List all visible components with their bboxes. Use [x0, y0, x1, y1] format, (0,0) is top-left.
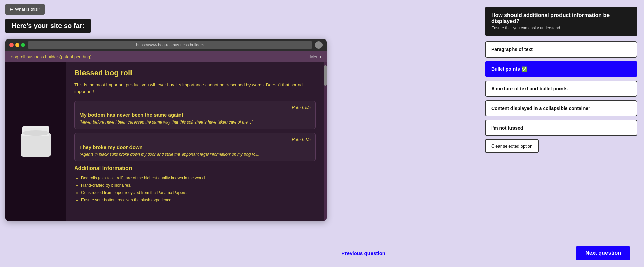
browser-mockup: https://www.bog-roll-business.builders b…	[5, 39, 327, 221]
browser-nav: bog roll business builder (patent pendin…	[5, 51, 327, 62]
option-mixture-button[interactable]: A mixture of text and bullet points	[485, 81, 637, 97]
option-bullet-points-button[interactable]: Bullet points ✅	[485, 61, 637, 77]
review-rating-2: Rated: 1/5	[79, 137, 311, 142]
maximize-icon	[21, 43, 25, 47]
clear-button[interactable]: Clear selected option	[485, 139, 539, 153]
what-is-this-button[interactable]: What is this?	[5, 4, 45, 15]
svg-point-3	[22, 130, 49, 136]
browser-sidebar	[5, 62, 66, 221]
additional-info-title: Additional Information	[74, 165, 316, 171]
scrollbar-thumb[interactable]	[324, 65, 327, 86]
question-header: How should additional product informatio…	[485, 7, 637, 36]
review-title-1: My bottom has never been the same again!	[79, 112, 311, 118]
product-content: Blessed bog roll This is the most import…	[66, 62, 324, 221]
review-rating-1: Rated: 5/5	[79, 105, 311, 110]
scrollbar[interactable]	[324, 62, 327, 221]
list-item: Ensure your bottom receives the plush ex…	[81, 197, 316, 204]
svg-rect-0	[21, 133, 51, 157]
list-item: Bog rolls (aka toilet roll), are of the …	[81, 175, 316, 182]
previous-question-button[interactable]: Previous question	[341, 250, 385, 256]
product-title: Blessed bog roll	[74, 69, 316, 77]
next-question-button[interactable]: Next question	[576, 246, 630, 260]
list-item: Constructed from paper recycled from the…	[81, 189, 316, 197]
hero-label: Here's your site so far:	[5, 19, 91, 33]
menu-label: Menu	[310, 54, 321, 59]
site-title: bog roll business builder (patent pendin…	[11, 54, 92, 59]
browser-body: Blessed bog roll This is the most import…	[5, 62, 327, 221]
close-icon	[9, 43, 14, 47]
list-item: Hand-crafted by billionaires.	[81, 182, 316, 190]
browser-chrome: https://www.bog-roll-business.builders	[5, 39, 327, 51]
review-text-1: "Never before have I been caressed the s…	[79, 120, 311, 125]
right-panel: How should additional product informatio…	[478, 0, 644, 173]
question-subtitle: Ensure that you can easily understand it…	[491, 26, 631, 30]
avatar	[315, 41, 323, 49]
bullet-list: Bog rolls (aka toilet roll), are of the …	[74, 175, 316, 204]
review-card-2: Rated: 1/5 They broke my door down "Agen…	[74, 133, 316, 161]
minimize-icon	[15, 43, 19, 47]
review-title-2: They broke my door down	[79, 144, 311, 150]
traffic-lights	[9, 43, 25, 47]
content-area: Blessed bog roll This is the most import…	[66, 62, 327, 221]
bottom-nav: Previous question Next question	[335, 246, 637, 260]
option-not-fussed-button[interactable]: I'm not fussed	[485, 120, 637, 136]
option-paragraphs-button[interactable]: Paragraphs of text	[485, 41, 637, 58]
review-text-2: "Agents in black suits broke down my doo…	[79, 152, 311, 157]
address-bar: https://www.bog-roll-business.builders	[28, 41, 312, 49]
product-description: This is the most important product you w…	[74, 82, 316, 95]
question-title: How should additional product informatio…	[491, 12, 631, 24]
review-card-1: Rated: 5/5 My bottom has never been the …	[74, 101, 316, 129]
toilet-paper-image	[16, 123, 56, 160]
option-collapsible-button[interactable]: Content displayed in a collapsible conta…	[485, 100, 637, 116]
